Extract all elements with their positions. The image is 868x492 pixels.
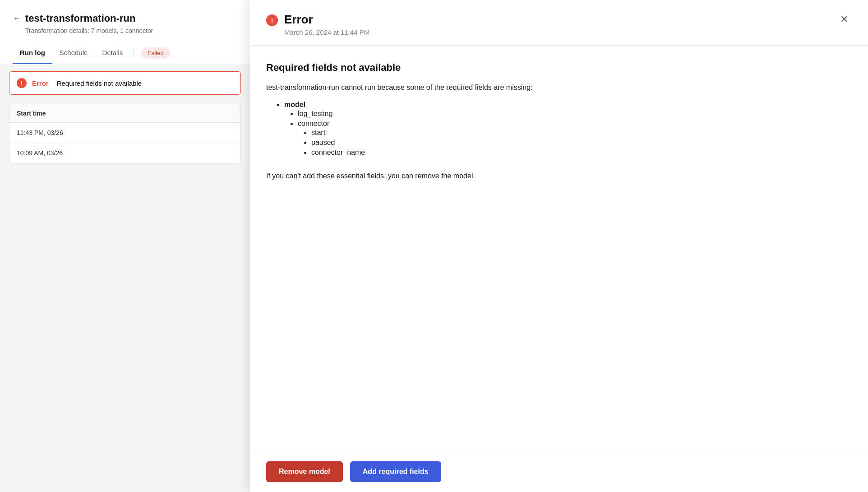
tab-divider [134,49,134,58]
modal-timestamp: March 26, 2024 at 11:44 PM [284,28,369,36]
modal-body: Required fields not available test-trans… [250,46,868,451]
model-items-list: log_testing connector start paused conne… [298,109,852,158]
modal-description: test-transformation-run cannot run becau… [266,82,852,93]
add-required-fields-button[interactable]: Add required fields [350,461,441,482]
modal-footer: Remove model Add required fields [250,451,868,492]
remove-model-button[interactable]: Remove model [266,461,343,482]
page-title: test-transformation-run [25,13,135,24]
left-panel: ← test-transformation-run Transformation… [0,0,250,492]
modal-title: Error [284,13,369,27]
error-banner-label: Error [32,79,49,87]
model-label: model [284,101,305,108]
modal-title-text: Error March 26, 2024 at 11:44 PM [284,13,369,36]
tab-details[interactable]: Details [95,42,130,64]
remove-hint: If you can't add these essential fields,… [266,170,852,182]
error-icon: ! [17,78,27,88]
list-item: start [311,128,852,138]
modal-title-area: ! Error March 26, 2024 at 11:44 PM [266,13,369,36]
close-button[interactable]: ✕ [836,13,852,26]
left-header: ← test-transformation-run Transformation… [0,0,250,42]
failed-badge: Failed [141,47,170,59]
modal-body-title: Required fields not available [266,62,852,74]
connector-fields-list: start paused connector_name [311,128,852,158]
list-item: paused [311,138,852,148]
right-panel: ! Error March 26, 2024 at 11:44 PM ✕ Req… [250,0,868,492]
error-banner: ! Error Required fields not available [9,71,241,95]
tab-schedule[interactable]: Schedule [52,42,95,64]
page-subtitle: Transformation details: 7 models, 1 conn… [25,27,237,42]
list-item: connector start paused connector_name [298,119,852,158]
modal-header: ! Error March 26, 2024 at 11:44 PM ✕ [250,0,868,46]
tabs-bar: Run log Schedule Details Failed [0,42,250,64]
connector-label: connector [298,120,329,127]
list-item: log_testing [298,109,852,119]
tab-run-log[interactable]: Run log [13,42,52,64]
run-log-table: Start time 11:43 PM, 03/26 10:09 AM, 03/… [9,104,241,163]
table-row[interactable]: 11:43 PM, 03/26 [9,123,240,143]
table-row[interactable]: 10:09 AM, 03/26 [9,143,240,163]
modal-error-icon: ! [266,14,278,26]
back-nav: ← test-transformation-run [13,13,237,24]
list-item: connector_name [311,148,852,158]
model-fields-list: model log_testing connector start paused… [284,100,852,159]
back-button[interactable]: ← [13,14,21,23]
list-item: model log_testing connector start paused… [284,100,852,159]
error-banner-message: Required fields not available [57,79,142,87]
table-header-start-time: Start time [9,104,240,123]
